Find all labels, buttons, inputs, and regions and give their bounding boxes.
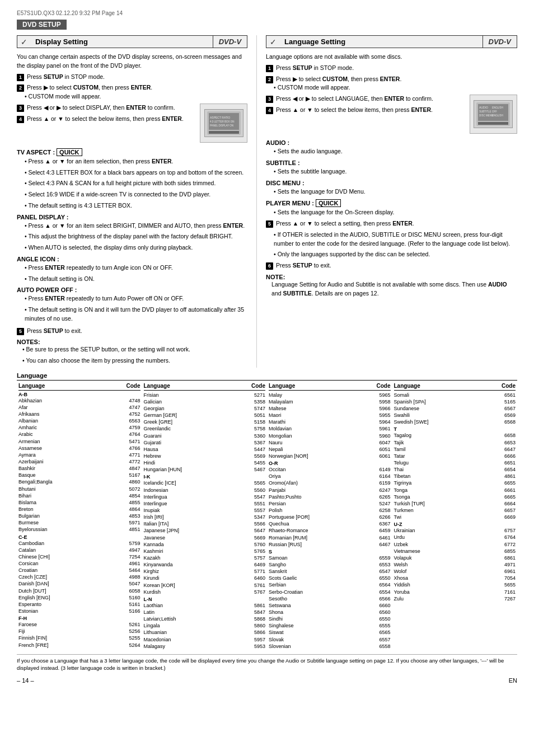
lang-row: Tamil6647: [394, 446, 516, 453]
subtitle-text: • Sets the subtitle language.: [274, 167, 517, 176]
lang-row: Sanskrit6547: [269, 568, 391, 575]
lang-step5-note2: • Only the languages supported by the di…: [274, 250, 517, 259]
lang-row: Romanian [RUM]6461: [269, 534, 391, 541]
lang-row: Kazakh5757: [144, 555, 266, 561]
lang-step-3-num: 3: [266, 96, 273, 103]
lang-row: Bengali;Bangla4860: [18, 478, 140, 485]
panel-display-bullet2: • This adjust the brightness of the disp…: [25, 232, 247, 241]
angle-icon-bullet2: • The default setting is ON.: [25, 275, 247, 284]
lang-row: Slovenian6558: [269, 643, 391, 650]
lang-row: Zulu7267: [394, 595, 516, 602]
player-menu-text: • Sets the language for the On-Screen di…: [274, 208, 517, 217]
group-ab: A-B: [18, 392, 140, 397]
group-s: S: [269, 549, 391, 555]
lang-row: Tigrinya6655: [394, 480, 516, 486]
lang-row: Moldavian5961: [269, 425, 391, 432]
language-image: AUDIO ENGLISH SUBTITLE OFF DISC MENU ENG…: [470, 95, 517, 134]
lang-row: Javanese5669: [144, 534, 266, 541]
lang-col-2: LanguageCode Frisian5271 Galician5358 Ge…: [142, 383, 268, 650]
lang-step-1-num: 1: [266, 65, 273, 72]
lang-row: Armenian5471: [18, 438, 140, 445]
tv-aspect-title: TV ASPECT : QUICK: [17, 148, 247, 156]
display-step1: 1 Press SETUP in STOP mode.: [17, 73, 247, 82]
disc-menu-text: • Sets the language for DVD Menu.: [274, 187, 517, 196]
lang-step-4-num: 4: [266, 107, 273, 114]
notes-bullet1: • Be sure to press the SETUP button, or …: [22, 345, 247, 354]
lang-row: Corsican4961: [18, 560, 140, 567]
lang-row: German [GER]5051: [144, 412, 266, 419]
svg-rect-5: [209, 131, 239, 134]
lang-row: Panjabi6247: [269, 487, 391, 494]
display-setting-header: ✓ Display Setting DVD-V: [17, 35, 247, 48]
lang-row: Norwegian [NOR]6061: [269, 453, 391, 459]
lang-row: Korean [KOR]5761: [144, 582, 266, 589]
lang-note-text: Language Setting for Audio and Subtitle …: [271, 280, 517, 298]
lang-row: Lingala5860: [144, 622, 266, 629]
lang-row: Twi6669: [394, 514, 516, 520]
lang-row: Latvian;Lettish5868: [144, 616, 266, 622]
lang-row: Azerbaijani4772: [18, 458, 140, 465]
lang-row: Interlingua5547: [144, 494, 266, 500]
lang-row: Vietnamese6855: [394, 548, 516, 555]
lang-row: Tonga6661: [394, 487, 516, 494]
lang-step5-note1: • If OTHER is selected in the AUDIO, SUB…: [274, 231, 517, 248]
lang-row: Occitan6149: [269, 466, 391, 473]
lang-row: Byelorussian4851: [18, 526, 140, 533]
auto-power-off-bullet1: • Press ENTER repeatedly to turn Auto Po…: [25, 294, 247, 303]
lang-row: Guarani5360: [144, 433, 266, 439]
lang-row: Laothian5861: [144, 602, 266, 609]
lang-step5: 5 Press ▲ or ▼ to select a setting, then…: [266, 219, 517, 228]
lang-row: Icelandic [ICE]5565: [144, 480, 266, 486]
lang-row: Italian [ITA]5566: [144, 520, 266, 527]
display-setting-dvd: DVD-V: [213, 36, 247, 48]
lang-row: Somali6561: [394, 392, 516, 398]
lang-row: Xhosa7054: [394, 575, 516, 581]
lang-row: Greek [GRE]5158: [144, 419, 266, 425]
lang-row: Turkmen6657: [394, 507, 516, 514]
lang-row: Welsh4971: [394, 561, 516, 568]
lang-row: Kashmiri5765: [144, 548, 266, 555]
lang-row: Amharic4759: [18, 424, 140, 431]
lang-row: Czech [CZE]4988: [18, 574, 140, 580]
lang-row: Abkhazian4748: [18, 397, 140, 404]
lang-row: Bislama4855: [18, 499, 140, 506]
lang-col-3: LanguageCode Malay5965 Malayalam5958 Mal…: [267, 383, 392, 650]
panel-display-bullet1: • Press ▲ or ▼ for an item select BRIGHT…: [25, 222, 247, 231]
svg-rect-14: [478, 122, 508, 125]
lang-step4: 4 Press ▲ or ▼ to select the below items…: [266, 106, 466, 115]
lang-row: Tajik6653: [394, 439, 516, 446]
footer-note: If you choose a Language that has a 3 le…: [17, 654, 517, 672]
lang-row: Kannada5760: [144, 541, 266, 548]
svg-text:ENGLISH: ENGLISH: [492, 114, 503, 117]
lang-row: Bhutani5072: [18, 486, 140, 492]
display-setting-title: Display Setting: [31, 36, 213, 48]
lang-row: Dutch [DUT]6058: [18, 588, 140, 594]
svg-text:OFF: OFF: [492, 110, 497, 113]
tv-aspect-bullet2: • Select 4:3 LETTER BOX for a black bars…: [25, 168, 247, 177]
lang-row: Chinese [CHI]7254: [18, 553, 140, 560]
panel-display-bullet3: • When AUTO is selected, the display dim…: [25, 243, 247, 252]
lang-row: Hebrew5569: [144, 453, 266, 459]
lang-row: Sundanese6567: [394, 405, 516, 412]
subtitle-title: SUBTITLE :: [266, 159, 517, 166]
lang-row: Inupiak5557: [144, 507, 266, 514]
lang-row: Macedonian5957: [144, 636, 266, 643]
display-setting-icon: ✓: [17, 36, 31, 48]
lang-row: Kurdish5767: [144, 589, 266, 595]
auto-power-off-bullet2: • The default setting is ON and it will …: [25, 306, 247, 323]
lang-row: Malayalam5958: [269, 398, 391, 405]
lang-row: Lithuanian5866: [144, 629, 266, 636]
lang-row: French [FRE]5264: [18, 642, 140, 649]
language-table-title: Language: [17, 372, 517, 381]
lang-step-5-num: 5: [266, 220, 273, 228]
notes-title: NOTES:: [17, 339, 247, 345]
language-screen-image: AUDIO ENGLISH SUBTITLE OFF DISC MENU ENG…: [474, 100, 513, 128]
lang-row: Georgian5747: [144, 405, 266, 412]
auto-power-off-title: AUTO POWER OFF :: [17, 287, 247, 293]
language-code: EN: [509, 677, 517, 684]
group-fh: F-H: [18, 616, 140, 621]
page-footer: – 14 – EN: [17, 677, 517, 684]
lang-row: Sesotho6566: [269, 595, 391, 602]
lang-row: Sindhi6550: [269, 616, 391, 622]
tv-aspect-bullet3: • Select 4:3 PAN & SCAN for a full heigh…: [25, 179, 247, 188]
